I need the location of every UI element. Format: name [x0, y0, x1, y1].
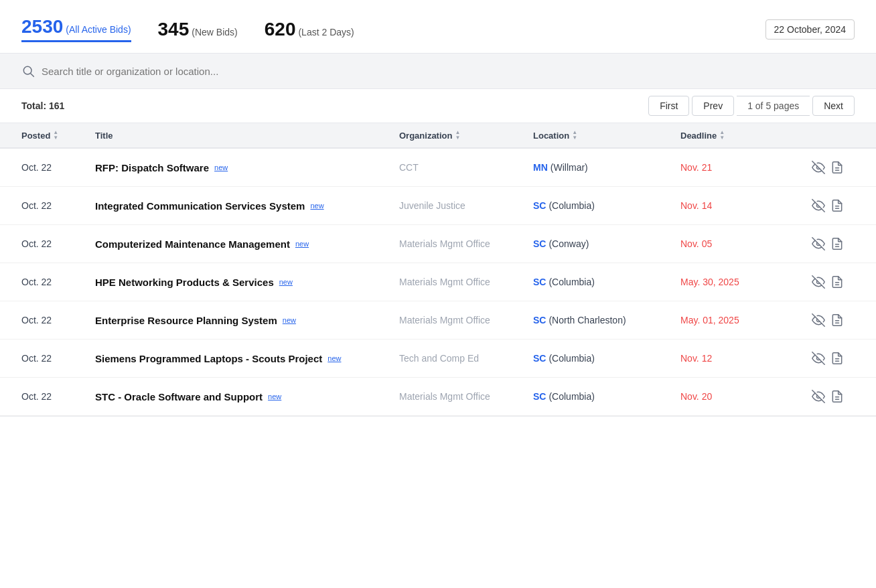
total-text: Total:: [21, 100, 46, 111]
posted-date: Oct. 22: [21, 315, 95, 325]
posted-date: Oct. 22: [21, 200, 95, 211]
state-code: MN: [533, 162, 548, 173]
city-name: (Columbia): [549, 277, 594, 287]
hide-icon[interactable]: [812, 313, 825, 327]
org-name: Juvenile Justice: [399, 200, 533, 211]
search-input[interactable]: [42, 66, 855, 77]
total-label: Total: 161: [21, 100, 64, 111]
actions-cell: [801, 390, 855, 403]
city-name: (North Charleston): [549, 315, 626, 325]
row-title: Enterprise Resource Planning System: [95, 315, 277, 326]
hide-icon[interactable]: [812, 390, 825, 403]
document-icon[interactable]: [830, 390, 844, 403]
page-wrapper: 2530 (All Active Bids) 345 (New Bids) 62…: [0, 0, 876, 417]
first-button[interactable]: First: [648, 96, 689, 116]
pagination-controls: First Prev 1 of 5 pages Next: [648, 96, 855, 116]
new-badge: new: [283, 316, 296, 324]
title-cell: Computerized Maintenance Management new: [95, 238, 399, 250]
state-code: SC: [533, 353, 546, 364]
org-name: Tech and Comp Ed: [399, 353, 533, 364]
table-row[interactable]: Oct. 22 Computerized Maintenance Managem…: [0, 225, 876, 263]
org-name: CCT: [399, 162, 533, 173]
active-bids-label: (All Active Bids): [66, 24, 131, 35]
col-header-deadline[interactable]: Deadline ▲▼: [680, 130, 801, 141]
actions-cell: [801, 199, 855, 212]
state-code: SC: [533, 391, 546, 402]
deadline-date: Nov. 21: [680, 162, 801, 173]
col-header-posted[interactable]: Posted ▲▼: [21, 130, 95, 141]
actions-cell: [801, 275, 855, 289]
actions-cell: [801, 237, 855, 250]
new-badge: new: [279, 278, 293, 286]
hide-icon[interactable]: [812, 275, 825, 289]
new-badge: new: [327, 354, 341, 362]
org-name: Materials Mgmt Office: [399, 315, 533, 325]
state-code: SC: [533, 238, 546, 249]
state-code: SC: [533, 315, 546, 325]
table-header: Posted ▲▼ Title Organization ▲▼ Location…: [0, 123, 876, 149]
posted-date: Oct. 22: [21, 353, 95, 364]
hide-icon[interactable]: [812, 237, 825, 250]
col-header-title[interactable]: Title: [95, 130, 399, 141]
new-bids-label: (New Bids): [192, 27, 237, 38]
title-cell: Enterprise Resource Planning System new: [95, 315, 399, 326]
state-code: SC: [533, 277, 546, 287]
active-bids-stat[interactable]: 2530 (All Active Bids): [21, 16, 131, 42]
table-row[interactable]: Oct. 22 STC - Oracle Software and Suppor…: [0, 378, 876, 416]
new-badge: new: [214, 163, 228, 171]
next-button[interactable]: Next: [812, 96, 855, 116]
title-cell: Integrated Communication Services System…: [95, 200, 399, 212]
pagination-bar: Total: 161 First Prev 1 of 5 pages Next: [0, 88, 876, 123]
hide-icon[interactable]: [812, 199, 825, 212]
hide-icon[interactable]: [812, 352, 825, 365]
deadline-date: May. 01, 2025: [680, 315, 801, 325]
posted-date: Oct. 22: [21, 277, 95, 287]
last2-stat[interactable]: 620 (Last 2 Days): [265, 19, 354, 40]
city-name: (Conway): [549, 238, 589, 249]
row-title: Siemens Programmed Laptops - Scouts Proj…: [95, 353, 322, 364]
row-title: Computerized Maintenance Management: [95, 238, 290, 250]
sort-arrows-posted: ▲▼: [53, 130, 58, 141]
table-row[interactable]: Oct. 22 Siemens Programmed Laptops - Sco…: [0, 340, 876, 378]
document-icon[interactable]: [830, 352, 844, 365]
row-title: Integrated Communication Services System: [95, 200, 305, 212]
org-name: Materials Mgmt Office: [399, 277, 533, 287]
sort-arrows-deadline: ▲▼: [719, 130, 725, 141]
total-count: 161: [49, 100, 64, 111]
new-bids-stat[interactable]: 345 (New Bids): [158, 19, 238, 40]
table-row[interactable]: Oct. 22 RFP: Dispatch Software new CCT M…: [0, 149, 876, 187]
table-row[interactable]: Oct. 22 HPE Networking Products & Servic…: [0, 263, 876, 301]
col-header-location[interactable]: Location ▲▼: [533, 130, 680, 141]
date-badge: 22 October, 2024: [765, 19, 855, 40]
deadline-date: Nov. 05: [680, 238, 801, 249]
new-badge: new: [295, 240, 309, 248]
table-row[interactable]: Oct. 22 Enterprise Resource Planning Sys…: [0, 301, 876, 340]
document-icon[interactable]: [830, 313, 844, 327]
hide-icon[interactable]: [812, 161, 825, 174]
page-info: 1 of 5 pages: [737, 96, 810, 116]
sort-arrows-loc: ▲▼: [572, 130, 577, 141]
document-icon[interactable]: [830, 161, 844, 174]
posted-date: Oct. 22: [21, 162, 95, 173]
active-bids-count: 2530: [21, 16, 63, 38]
state-code: SC: [533, 200, 546, 211]
location-cell: SC (Columbia): [533, 200, 680, 211]
table-row[interactable]: Oct. 22 Integrated Communication Service…: [0, 187, 876, 225]
stats-bar: 2530 (All Active Bids) 345 (New Bids) 62…: [0, 0, 876, 54]
col-header-organization[interactable]: Organization ▲▼: [399, 130, 533, 141]
deadline-date: May. 30, 2025: [680, 277, 801, 287]
table-body: Oct. 22 RFP: Dispatch Software new CCT M…: [0, 149, 876, 417]
location-cell: SC (Columbia): [533, 391, 680, 402]
document-icon[interactable]: [830, 237, 844, 250]
prev-button[interactable]: Prev: [692, 96, 734, 116]
document-icon[interactable]: [830, 275, 844, 289]
document-icon[interactable]: [830, 199, 844, 212]
new-badge: new: [310, 202, 323, 210]
title-cell: HPE Networking Products & Services new: [95, 277, 399, 288]
title-cell: RFP: Dispatch Software new: [95, 162, 399, 173]
location-cell: SC (Conway): [533, 238, 680, 249]
posted-date: Oct. 22: [21, 238, 95, 249]
actions-cell: [801, 313, 855, 327]
row-title: STC - Oracle Software and Support: [95, 391, 263, 402]
actions-cell: [801, 352, 855, 365]
